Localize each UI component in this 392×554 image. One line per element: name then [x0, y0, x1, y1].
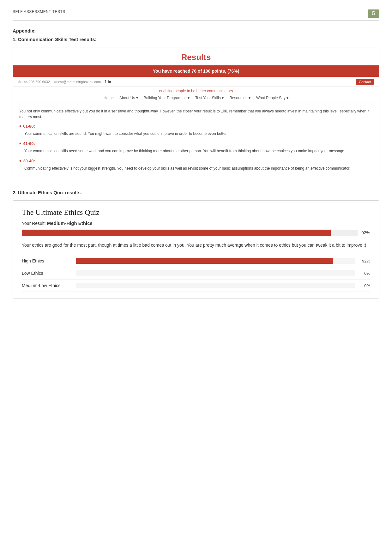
ethics-bar-track-medlow — [76, 283, 355, 288]
page-header: SELF ASSESSMENT TESTS 5 — [13, 9, 379, 21]
linkedin-icon: in — [108, 80, 111, 84]
results-card: Results You have reached 76 of 100 point… — [13, 47, 379, 180]
menu-building[interactable]: Building Your Programme ▾ — [144, 96, 190, 100]
contact-button[interactable]: Contact — [356, 79, 374, 85]
website-nav: ✆ +44 208 690 6032 ✉ info@thetrainingbox… — [13, 77, 379, 87]
menu-resources[interactable]: Resources ▾ — [229, 96, 250, 100]
range-20-40: 20-40: Communicating effectively is not … — [19, 158, 373, 171]
range-20-40-text: Communicating effectively is not your bi… — [24, 166, 373, 171]
section1-heading: 1. Communication Skills Test results: — [13, 37, 379, 42]
ethics-main-bar-track — [22, 230, 358, 236]
range-41-60: 41-60: Your communication skills need so… — [19, 140, 373, 154]
range-20-40-label: 20-40: — [19, 158, 373, 164]
range-61-80: 61-80: Your communication skills are sou… — [19, 123, 373, 136]
ethics-bar-label-medlow: Medium-Low Ethics — [22, 283, 72, 288]
results-content: You not only communicate effectively but… — [13, 103, 379, 180]
ethics-bar-row-medlow: Medium-Low Ethics 0% — [22, 280, 370, 292]
menu-home[interactable]: Home — [104, 96, 114, 100]
menu-test[interactable]: Test Your Skills ▾ — [195, 96, 224, 100]
range-41-60-label: 41-60: — [19, 140, 373, 147]
results-intro: You not only communicate effectively but… — [19, 108, 373, 120]
facebook-icon: f — [105, 80, 106, 84]
results-score-bar: You have reached 76 of 100 points, (76%) — [13, 65, 379, 77]
ethics-title: The Ultimate Ethics Quiz — [22, 208, 370, 217]
results-title: Results — [13, 47, 379, 65]
range-61-80-text: Your communication skills are sound. You… — [24, 131, 373, 136]
ethics-bar-track-low — [76, 270, 355, 276]
ethics-description: Your ethics are good for the most part, … — [22, 242, 370, 249]
ethics-bar-percent-high: 92% — [359, 259, 370, 263]
ethics-bar-percent-low: 0% — [359, 271, 370, 276]
ethics-main-progress: 92% — [22, 230, 370, 236]
website-tagline: enabling people to be better communicato… — [13, 87, 379, 94]
ethics-bar-row-low: Low Ethics 0% — [22, 267, 370, 280]
ethics-bar-percent-medlow: 0% — [359, 283, 370, 288]
page-number-badge: 5 — [368, 9, 379, 18]
section2-heading: 2. Ultimate Ethics Quiz results: — [13, 190, 379, 195]
email-label: ✉ info@thetrainingbox.eu.com — [54, 80, 101, 84]
website-nav-left: ✆ +44 208 690 6032 ✉ info@thetrainingbox… — [18, 80, 111, 84]
ethics-result-label: Your Result: Medium-High Ethics — [22, 220, 370, 226]
ethics-main-percent: 92% — [361, 230, 370, 235]
range-41-60-text: Your communication skills need some work… — [24, 148, 373, 154]
social-icons: f in — [105, 80, 111, 84]
ethics-main-bar-fill — [22, 230, 331, 236]
menu-about[interactable]: About Us ▾ — [119, 96, 138, 100]
ethics-bar-label-low: Low Ethics — [22, 271, 72, 276]
ethics-bar-fill-high — [76, 258, 333, 264]
ethics-card: The Ultimate Ethics Quiz Your Result: Me… — [13, 200, 379, 298]
ethics-bar-row-high: High Ethics 92% — [22, 255, 370, 267]
phone-label: ✆ +44 208 690 6032 — [18, 80, 50, 84]
ethics-bar-track-high — [76, 258, 355, 264]
menu-whatpeople[interactable]: What People Say ▾ — [256, 96, 288, 100]
website-menu: Home About Us ▾ Building Your Programme … — [13, 94, 379, 103]
ethics-bar-label-high: High Ethics — [22, 258, 72, 263]
result-value: Medium-High Ethics — [47, 220, 93, 226]
result-prefix: Your Result: — [22, 221, 46, 226]
page-header-title: SELF ASSESSMENT TESTS — [13, 9, 65, 14]
range-61-80-label: 61-80: — [19, 123, 373, 129]
appendix-heading: Appendix: — [13, 28, 379, 33]
